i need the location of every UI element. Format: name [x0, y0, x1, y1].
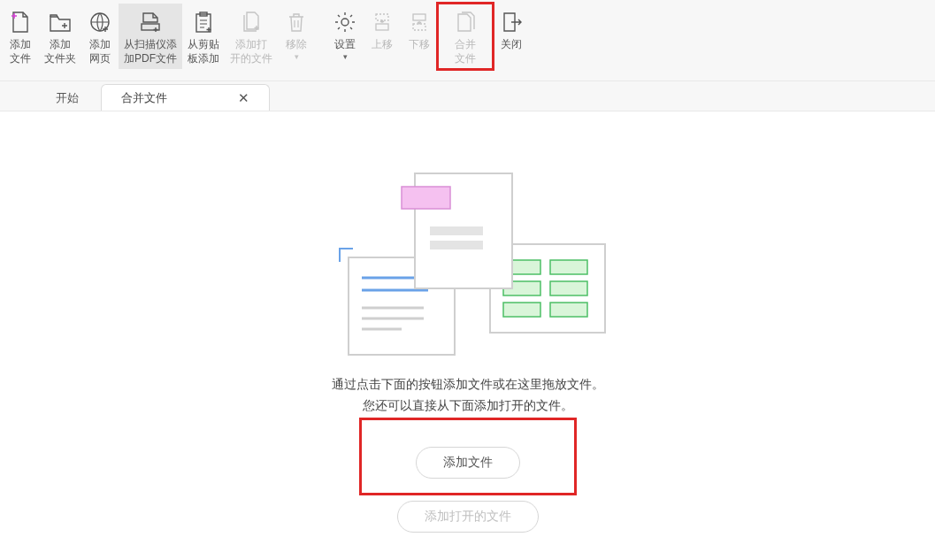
- remove-label: 移除: [286, 37, 307, 51]
- move-up-button: 上移: [364, 4, 401, 69]
- scanner-plus-icon: [138, 9, 163, 35]
- add-scanner-label: 从扫描仪添 加PDF文件: [124, 37, 177, 65]
- clipboard-plus-icon: [191, 9, 216, 35]
- toolbar-group-add: 添加 文件 添加 文件夹 添加 网页: [2, 4, 315, 69]
- add-opened-pill-button: 添加打开的文件: [397, 501, 539, 533]
- main-content: 通过点击下面的按钮添加文件或在这里拖放文件。 您还可以直接从下面添加打开的文件。…: [0, 111, 935, 560]
- empty-state-line1: 通过点击下面的按钮添加文件或在这里拖放文件。: [247, 377, 689, 393]
- move-down-button: 下移: [401, 4, 438, 69]
- svg-rect-17: [550, 260, 587, 274]
- add-opened-label: 添加打 开的文件: [230, 37, 272, 65]
- add-web-button[interactable]: 添加 网页: [81, 4, 119, 69]
- move-up-icon: [370, 9, 395, 35]
- svg-point-4: [341, 19, 349, 26]
- svg-rect-7: [413, 14, 425, 20]
- svg-rect-5: [376, 14, 388, 20]
- remove-button: 移除 ▾: [278, 4, 315, 69]
- empty-state-buttons: 添加文件 添加打开的文件: [359, 418, 577, 533]
- tab-merge-label: 合并文件: [121, 90, 167, 106]
- add-clipboard-button[interactable]: 从剪贴 板添加: [182, 4, 225, 69]
- svg-rect-25: [430, 241, 483, 249]
- toolbar: 添加 文件 添加 文件夹 添加 网页: [0, 0, 935, 81]
- svg-rect-8: [413, 24, 425, 30]
- globe-plus-icon: [88, 9, 112, 35]
- merge-files-label: 合并 文件: [455, 37, 476, 65]
- add-scanner-button[interactable]: 从扫描仪添 加PDF文件: [119, 4, 182, 69]
- move-down-icon: [407, 9, 432, 35]
- add-file-label: 添加 文件: [10, 37, 31, 65]
- folder-plus-icon: [48, 9, 73, 35]
- svg-rect-23: [402, 187, 450, 209]
- add-folder-button[interactable]: 添加 文件夹: [39, 4, 81, 69]
- add-file-button[interactable]: 添加 文件: [2, 4, 39, 69]
- trash-icon: [284, 9, 309, 35]
- tab-start[interactable]: 开始: [35, 84, 99, 111]
- chevron-down-icon: ▾: [295, 52, 299, 61]
- tab-bar: 开始 合并文件 ✕: [0, 81, 935, 111]
- empty-state-line2: 您还可以直接从下面添加打开的文件。: [247, 398, 689, 414]
- merge-documents-icon: [453, 9, 478, 35]
- gear-icon: [333, 9, 357, 35]
- settings-label: 设置: [334, 37, 356, 51]
- add-opened-button: 添加打 开的文件: [225, 4, 278, 69]
- svg-rect-24: [430, 226, 483, 235]
- tab-merge-files[interactable]: 合并文件 ✕: [101, 84, 270, 111]
- close-label: 关闭: [501, 37, 522, 51]
- svg-rect-6: [376, 24, 388, 30]
- move-up-label: 上移: [372, 37, 393, 51]
- document-plus-icon: [8, 9, 33, 35]
- highlight-box: 添加文件: [359, 418, 577, 495]
- add-folder-label: 添加 文件夹: [44, 37, 76, 65]
- empty-state-message: 通过点击下面的按钮添加文件或在这里拖放文件。 您还可以直接从下面添加打开的文件。: [247, 377, 689, 414]
- move-down-label: 下移: [409, 37, 430, 51]
- illustration-empty-state: [322, 147, 614, 359]
- merge-files-button: 合并 文件: [438, 4, 493, 69]
- close-button[interactable]: 关闭: [493, 4, 530, 69]
- svg-rect-19: [550, 281, 587, 295]
- chevron-down-icon: ▾: [343, 52, 348, 61]
- settings-button[interactable]: 设置 ▾: [326, 4, 364, 69]
- svg-rect-20: [503, 303, 540, 317]
- add-web-label: 添加 网页: [89, 37, 111, 65]
- close-icon[interactable]: ✕: [238, 90, 249, 106]
- tab-start-label: 开始: [56, 90, 79, 106]
- add-file-pill-button[interactable]: 添加文件: [416, 447, 520, 479]
- toolbar-group-actions: 设置 ▾ 上移 下移: [326, 4, 530, 69]
- exit-icon: [499, 9, 524, 35]
- document-stack-plus-icon: [239, 9, 264, 35]
- add-clipboard-label: 从剪贴 板添加: [188, 37, 219, 65]
- svg-rect-21: [550, 303, 587, 317]
